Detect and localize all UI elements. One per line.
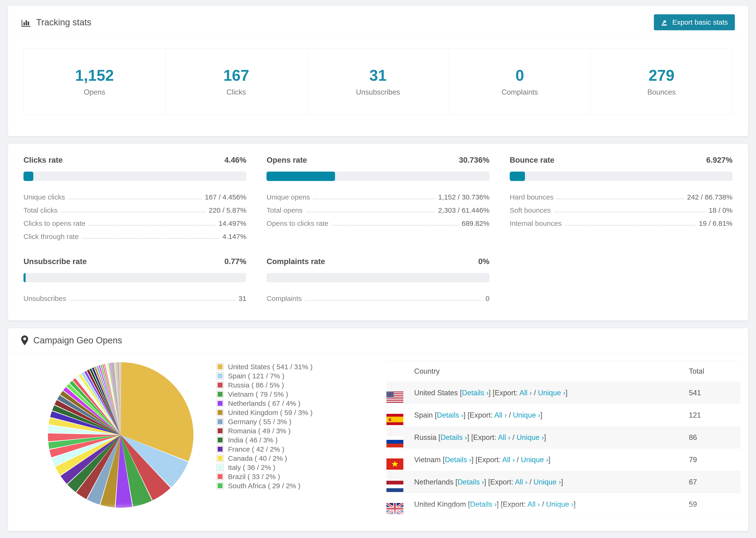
- detail-row: Unique opens1,152 / 30.736%: [266, 189, 489, 202]
- legend-item-india[interactable]: India ( 46 / 3% ): [216, 435, 312, 445]
- detail-value: 0: [486, 295, 490, 304]
- campaign-geo-opens-card: Campaign Geo Opens United States ( 541 /…: [8, 328, 748, 531]
- stat-clicks: 167Clicks: [166, 49, 307, 114]
- united-kingdom-export-all-link[interactable]: All ›: [527, 500, 540, 509]
- rate-title: Bounce rate: [510, 156, 555, 165]
- united-states-details-link[interactable]: Details ›: [462, 389, 489, 397]
- netherlands-export-unique-link[interactable]: Unique ›: [533, 478, 561, 486]
- tracking-stats-title: Tracking stats: [21, 17, 91, 27]
- germany-export-all-link[interactable]: All ›: [506, 522, 518, 531]
- germany-details-link[interactable]: Details ›: [448, 522, 475, 531]
- united-states-export-all-link[interactable]: All ›: [519, 389, 532, 397]
- spain-export-unique-link[interactable]: Unique ›: [513, 411, 540, 419]
- geo-opens-pie-chart[interactable]: [41, 355, 200, 515]
- bracket-close: ]: [540, 411, 543, 419]
- dotted-leader: [306, 212, 435, 212]
- complaints-rate-block: Complaints rate0%Complaints0: [266, 257, 489, 304]
- stat-bounces: 279Bounces: [591, 49, 732, 114]
- legend-swatch: [216, 446, 224, 453]
- netherlands-details-link[interactable]: Details ›: [458, 478, 484, 486]
- rate-value: 0%: [478, 257, 490, 266]
- legend-item-vietnam[interactable]: Vietnam ( 79 / 5% ): [216, 390, 312, 399]
- russia-details-link[interactable]: Details ›: [441, 433, 467, 442]
- map-pin-icon: [21, 336, 28, 345]
- stat-label: Clicks: [227, 88, 246, 96]
- dotted-leader: [554, 212, 705, 212]
- united-kingdom-details-link[interactable]: Details ›: [470, 500, 497, 509]
- stat-label: Unsubscribes: [356, 88, 400, 96]
- legend-label: France ( 42 / 2% ): [228, 445, 284, 453]
- detail-row: Opens to clicks rate689.82%: [266, 216, 489, 229]
- legend-item-united-kingdom[interactable]: United Kingdom ( 59 / 3% ): [216, 408, 312, 417]
- export-icon: [661, 19, 669, 26]
- legend-item-south-africa[interactable]: South Africa ( 29 / 2% ): [216, 481, 312, 490]
- rate-value: 30.736%: [459, 156, 489, 165]
- legend-item-germany[interactable]: Germany ( 55 / 3% ): [216, 417, 312, 426]
- germany-export-unique-link[interactable]: Unique ›: [524, 522, 552, 531]
- stat-label: Opens: [84, 88, 105, 96]
- netherlands-export-all-link[interactable]: All ›: [515, 478, 527, 486]
- bracket-close: ]: [573, 500, 576, 509]
- geo-table-header-total: Total: [689, 367, 740, 376]
- link-separator: /: [540, 500, 546, 509]
- detail-label: Internal bounces: [510, 219, 562, 229]
- united-states-export-unique-link[interactable]: Unique ›: [538, 389, 566, 397]
- spain-details-link[interactable]: Details ›: [437, 411, 464, 419]
- bracket-close: ]: [552, 522, 554, 531]
- export-label: ] [Export:: [484, 478, 515, 486]
- dotted-leader: [332, 225, 458, 226]
- united-kingdom-export-unique-link[interactable]: Unique ›: [546, 500, 573, 509]
- legend-item-netherlands[interactable]: Netherlands ( 67 / 4% ): [216, 399, 312, 408]
- legend-item-brazil[interactable]: Brazil ( 33 / 2% ): [216, 472, 312, 481]
- legend-swatch: [216, 482, 224, 489]
- legend-item-spain[interactable]: Spain ( 121 / 7% ): [216, 371, 312, 381]
- geo-total-value: 541: [689, 389, 740, 397]
- progress-fill: [266, 172, 335, 181]
- link-separator: /: [518, 522, 524, 531]
- rate-value: 6.927%: [706, 156, 732, 165]
- legend-item-france[interactable]: France ( 42 / 2% ): [216, 445, 312, 454]
- dotted-leader: [313, 198, 435, 199]
- legend-swatch: [216, 372, 224, 380]
- dotted-leader: [61, 212, 205, 212]
- vietnam-details-link[interactable]: Details ›: [445, 456, 471, 464]
- netherlands-flag-icon: [387, 481, 414, 492]
- pie-slice-united-states[interactable]: [121, 362, 193, 461]
- geo-country-cell: Russia [Details ›] [Export: All › / Uniq…: [414, 433, 689, 442]
- legend-swatch: [216, 381, 224, 389]
- geo-table-header-country: Country: [414, 367, 689, 376]
- detail-value: 689.82%: [461, 219, 489, 229]
- vietnam-export-all-link[interactable]: All ›: [502, 456, 514, 464]
- stats-summary-row: 1,152Opens167Clicks31Unsubscribes0Compla…: [24, 48, 732, 115]
- legend-item-russia[interactable]: Russia ( 86 / 5% ): [216, 381, 312, 390]
- legend-label: United Kingdom ( 59 / 3% ): [228, 409, 312, 417]
- link-separator: /: [527, 478, 533, 486]
- russia-export-all-link[interactable]: All ›: [498, 433, 511, 442]
- legend-item-romania[interactable]: Romania ( 49 / 3% ): [216, 426, 312, 435]
- rate-value: 4.46%: [225, 156, 246, 165]
- detail-row: Total clicks220 / 5.87%: [24, 202, 246, 216]
- legend-swatch: [216, 418, 224, 425]
- progress-fill: [510, 172, 525, 181]
- geo-total-value: 86: [689, 433, 740, 442]
- unsubscribe-rate-progress-bar: [24, 273, 246, 282]
- bracket-close: ]: [548, 456, 550, 464]
- legend-item-united-states[interactable]: United States ( 541 / 31% ): [216, 362, 312, 371]
- detail-label: Unique clicks: [24, 193, 65, 202]
- rate-title: Opens rate: [266, 156, 307, 165]
- dotted-leader: [305, 300, 482, 301]
- stat-value: 279: [649, 67, 675, 84]
- geo-table-header: Country Total: [387, 361, 740, 382]
- detail-label: Click through rate: [24, 233, 79, 242]
- legend-swatch: [216, 455, 224, 462]
- export-basic-stats-button[interactable]: Export basic stats: [654, 14, 735, 30]
- vietnam-export-unique-link[interactable]: Unique ›: [521, 456, 548, 464]
- russia-export-unique-link[interactable]: Unique ›: [516, 433, 544, 442]
- geo-opens-title: Campaign Geo Opens: [21, 336, 122, 346]
- stat-label: Bounces: [647, 88, 676, 96]
- spain-export-all-link[interactable]: All ›: [494, 411, 507, 419]
- detail-row: Total opens2,303 / 61.446%: [266, 202, 489, 216]
- legend-item-canada[interactable]: Canada ( 40 / 2% ): [216, 454, 312, 463]
- legend-item-italy[interactable]: Italy ( 36 / 2% ): [216, 463, 312, 472]
- dotted-leader: [565, 225, 695, 226]
